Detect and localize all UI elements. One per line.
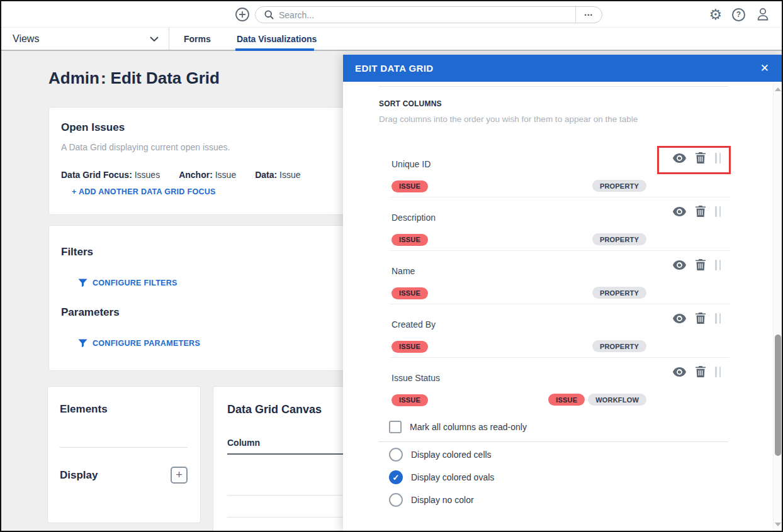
issue-badge: ISSUE: [392, 394, 428, 406]
help-icon[interactable]: ?: [732, 8, 745, 21]
edit-data-grid-panel: EDIT DATA GRID ✕ SORT COLUMNS Drag colum…: [343, 55, 783, 532]
add-display-element-button[interactable]: +: [171, 467, 188, 484]
chevron-down-icon: [150, 36, 159, 42]
visibility-eye-icon[interactable]: [673, 260, 686, 270]
delete-trash-icon[interactable]: [696, 366, 706, 377]
property-badge: PROPERTY: [592, 233, 646, 245]
radio-button[interactable]: [389, 448, 403, 462]
search-icon: [264, 10, 274, 19]
plus-circle-icon: [235, 7, 250, 22]
top-bar: Search... ••• ⚙ ?: [1, 1, 782, 28]
create-new-button[interactable]: [235, 7, 250, 22]
radio-display-colored-cells[interactable]: Display colored cells: [389, 448, 492, 462]
column-row-name[interactable]: Name ISSUE PROPERTY: [390, 251, 729, 304]
radio-display-colored-ovals[interactable]: ✓ Display colored ovals: [389, 470, 494, 484]
column-row-description[interactable]: Description ISSUE PROPERTY: [390, 197, 729, 251]
visibility-eye-icon[interactable]: [673, 153, 686, 163]
app-window: Search... ••• ⚙ ? Views Forms Data Visua…: [0, 0, 783, 532]
settings-gear-icon[interactable]: ⚙: [709, 8, 722, 22]
property-badge: PROPERTY: [592, 287, 646, 299]
close-icon[interactable]: ✕: [760, 63, 769, 74]
search-input[interactable]: Search... •••: [255, 6, 602, 23]
issue-badge: ISSUE: [392, 287, 428, 299]
delete-trash-icon[interactable]: [696, 206, 706, 217]
tab-data-visualizations[interactable]: Data Visualizations: [237, 28, 317, 50]
drag-handle-icon[interactable]: [715, 206, 721, 217]
property-badge: PROPERTY: [592, 340, 646, 352]
issue-badge: ISSUE: [548, 394, 585, 406]
sort-columns-title: SORT COLUMNS: [379, 99, 442, 108]
delete-trash-icon[interactable]: [696, 152, 706, 163]
topbar-actions: ⚙ ?: [709, 1, 770, 28]
panel-title: EDIT DATA GRID: [355, 63, 433, 74]
drag-handle-icon[interactable]: [715, 313, 721, 324]
sort-columns-hint: Drag columns into the order you wish for…: [379, 114, 638, 124]
drag-handle-icon[interactable]: [715, 367, 721, 377]
tab-bar: Views Forms Data Visualizations: [1, 28, 782, 51]
readonly-checkbox[interactable]: [389, 421, 402, 433]
scrollbar-thumb[interactable]: [775, 335, 781, 456]
column-row-issue-status[interactable]: Issue Status ISSUE ISSUE WORKFLOW: [390, 358, 729, 411]
visibility-eye-icon[interactable]: [673, 367, 686, 377]
display-row: Display +: [60, 467, 188, 484]
delete-trash-icon[interactable]: [696, 313, 706, 324]
more-options-icon: •••: [585, 12, 594, 18]
scroll-up-arrow-icon[interactable]: [775, 87, 781, 91]
issue-badge: ISSUE: [392, 341, 428, 353]
page-title: Admin:Edit Data Grid: [48, 69, 220, 88]
section-divider: [379, 86, 728, 87]
drag-handle-icon[interactable]: [715, 153, 721, 163]
filter-funnel-icon: [78, 339, 87, 348]
drag-handle-icon[interactable]: [715, 260, 721, 270]
issue-badge: ISSUE: [392, 234, 428, 246]
visibility-eye-icon[interactable]: [673, 314, 686, 323]
radio-display-no-color[interactable]: Display no color: [389, 493, 474, 507]
column-row-unique-id[interactable]: Unique ID ISSUE PROPERTY: [390, 144, 729, 197]
user-profile-icon[interactable]: [755, 7, 770, 22]
elements-card: Elements Display +: [47, 386, 201, 523]
readonly-checkbox-label: Mark all columns as read-only: [410, 422, 527, 432]
filter-funnel-icon: [78, 279, 87, 287]
delete-trash-icon[interactable]: [696, 259, 706, 270]
visibility-eye-icon[interactable]: [673, 207, 686, 216]
column-row-created-by[interactable]: Created By ISSUE PROPERTY: [390, 304, 729, 358]
elements-title: Elements: [60, 403, 188, 416]
radio-button[interactable]: [389, 493, 403, 507]
elements-divider: [60, 447, 188, 448]
sortable-column-list: Unique ID ISSUE PROPERTY Description: [390, 144, 729, 411]
readonly-checkbox-row: Mark all columns as read-only: [389, 421, 527, 433]
search-placeholder: Search...: [279, 10, 575, 20]
views-dropdown[interactable]: Views: [1, 28, 169, 50]
views-dropdown-label: Views: [13, 33, 39, 45]
section-divider: [379, 441, 728, 442]
search-options-button[interactable]: •••: [575, 7, 602, 23]
property-badge: PROPERTY: [592, 180, 646, 192]
radio-button-selected[interactable]: ✓: [389, 470, 403, 484]
display-label: Display: [60, 469, 98, 482]
workflow-badge: WORKFLOW: [588, 394, 646, 406]
tab-forms[interactable]: Forms: [184, 28, 211, 50]
panel-scrollbar[interactable]: [773, 83, 782, 531]
issue-badge: ISSUE: [392, 180, 428, 192]
panel-header: EDIT DATA GRID ✕: [343, 55, 783, 82]
scroll-down-arrow-icon[interactable]: [775, 523, 781, 526]
